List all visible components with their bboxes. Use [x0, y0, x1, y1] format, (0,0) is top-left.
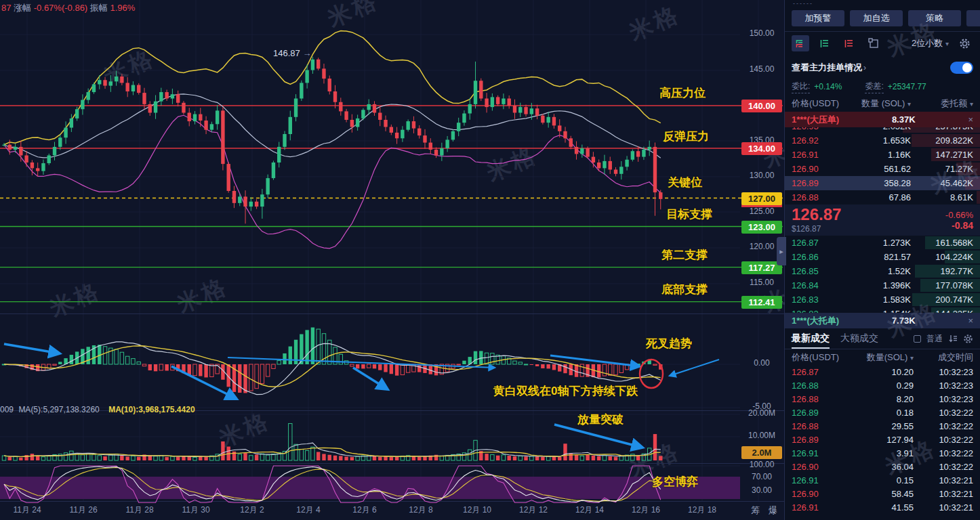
trade-row[interactable]: 126.89127.9410:32:22 — [785, 433, 980, 447]
quantity: 1.653K — [846, 133, 911, 148]
trade-row[interactable]: 126.9036.0410:32:22 — [785, 460, 980, 474]
tab-large-trades[interactable]: 大额成交 — [840, 328, 878, 349]
orderbook-ask-row[interactable]: 126.932.052K257.875K — [785, 127, 980, 133]
book-mode-sell-icon[interactable] — [840, 35, 858, 51]
market-panel: ------ 加预警 加自选 策略 简况 2位小数 ▾ — [785, 0, 980, 520]
strategy-button[interactable]: 策略 — [908, 10, 961, 26]
add-alert-button[interactable]: 加预警 — [792, 10, 844, 26]
orderbook-ask-row[interactable]: 126.921.653K209.822K — [785, 133, 980, 148]
level-price-badge: 127.00 — [741, 192, 782, 205]
liquidation-tool-button[interactable]: 爆 — [769, 504, 777, 517]
sort-icon[interactable] — [948, 334, 958, 343]
time: 10:32:23 — [914, 366, 973, 379]
close-icon[interactable]: × — [968, 316, 973, 326]
quantity: 10.20 — [850, 366, 914, 379]
annotation-second-support: 第二支撑 — [661, 247, 708, 263]
sub-axis-tick: 10.00M — [741, 431, 782, 440]
latest-volume-badge: 2.0M — [741, 446, 782, 459]
gear-icon[interactable] — [963, 334, 973, 344]
x-axis-date-label: 12月 18 — [688, 504, 716, 516]
price: 126.91 — [792, 148, 846, 162]
trade-row[interactable]: 126.9058.4510:32:21 — [785, 488, 980, 501]
panel-collapse-handle[interactable]: ▸ — [777, 237, 786, 265]
big-buy-order-banner[interactable]: 1***(大托单) 7.73K × — [785, 313, 980, 328]
price: 126.91 — [792, 501, 850, 515]
death-cross-circle — [640, 360, 663, 388]
big-sell-order-banner[interactable]: 1***(大压单) 8.37K × — [785, 112, 980, 127]
amplitude-label: 振幅 — [90, 3, 108, 13]
orderbook-bid-row[interactable]: 126.871.273K161.568K — [785, 236, 980, 250]
trade-row[interactable]: 126.890.1810:32:22 — [785, 406, 980, 420]
watermark: 米格 — [45, 276, 104, 322]
price: 126.89 — [792, 433, 850, 447]
tab-latest-trades[interactable]: 最新成交 — [792, 328, 830, 349]
overview-button[interactable]: 简况 — [966, 10, 980, 26]
price: 126.87 — [792, 236, 846, 250]
amplitude-value: 1.96% — [110, 3, 135, 13]
trades-tabs: 最新成交 大额成交 普通 — [785, 328, 980, 349]
ratio-label: 委比: — [792, 81, 810, 93]
trade-row[interactable]: 126.888.2010:32:23 — [785, 393, 980, 406]
main-orders-toggle[interactable] — [950, 62, 973, 74]
price: 126.89 — [792, 176, 846, 190]
book-mode-buy-icon[interactable] — [816, 35, 834, 51]
trade-row[interactable]: 126.910.1510:32:21 — [785, 474, 980, 488]
orderbook-header: 价格(USDT) 数量 (SOL) ▾ 委托额 ▾ — [785, 95, 980, 112]
time: 10:32:21 — [914, 501, 973, 515]
trade-row[interactable]: 126.880.2910:32:23 — [785, 379, 980, 393]
trading-app: 米格米格米格米格米格米格米格米格米格米格 87 涨幅 -0.67%(-0.86)… — [0, 0, 980, 520]
time-column-header: 成交时间 — [914, 351, 973, 364]
orderbook-ask-row[interactable]: 126.90561.6271.27K — [785, 162, 980, 176]
watermark: 米格 — [624, 0, 684, 45]
quantity: 821.57 — [846, 250, 911, 264]
orderbook-bid-row[interactable]: 126.86821.57104.224K — [785, 250, 980, 264]
orderbook-bid-row[interactable]: 126.841.396K177.078K — [785, 278, 980, 292]
orderbook-bid-row[interactable]: 126.821.154K144.325K — [785, 307, 980, 313]
amount: 144.325K — [911, 307, 973, 313]
add-watchlist-button[interactable]: 加自选 — [850, 10, 903, 26]
trade-row[interactable]: 126.9141.5510:32:21 — [785, 501, 980, 515]
quantity: 67.86 — [846, 190, 911, 204]
sub-axis-tick: 0.00 — [741, 358, 782, 368]
price: 126.85 — [792, 264, 846, 278]
quantity: 3.91 — [850, 447, 914, 460]
trade-row[interactable]: 126.8710.2010:32:23 — [785, 366, 980, 379]
quantity-column-header[interactable]: 数量(SOL) ▾ — [850, 351, 914, 364]
trend-arrow — [670, 360, 719, 376]
orderbook-bid-row[interactable]: 126.831.583K200.747K — [785, 292, 980, 307]
trade-row[interactable]: 126.8829.5510:32:22 — [785, 420, 980, 433]
orderbook-ask-row[interactable]: 126.911.16K147.271K — [785, 148, 980, 162]
trade-row[interactable]: 126.913.9110:32:22 — [785, 447, 980, 460]
sub-axis-tick: 70.00 — [741, 472, 782, 481]
amount: 209.822K — [911, 133, 973, 148]
price: 126.88 — [792, 393, 850, 406]
quantity: 8.20 — [850, 393, 914, 406]
trend-arrow — [353, 368, 388, 389]
main-orders-link[interactable]: 查看主力挂单情况 — [792, 62, 862, 74]
gear-icon[interactable] — [956, 35, 973, 51]
ticker-summary: 87 涨幅 -0.67%(-0.86) 振幅 1.96% — [1, 2, 135, 14]
amount: 45.462K — [911, 176, 973, 190]
sub-axis-tick: 30.00 — [741, 485, 782, 495]
orderbook-bid-row[interactable]: 126.851.52K192.77K — [785, 264, 980, 278]
annotation-volume-breakout: 放量突破 — [577, 412, 624, 427]
amount-column-header[interactable]: 委托额 ▾ — [911, 98, 973, 110]
sub-axis-tick: 20.00M — [741, 408, 782, 418]
orderbook-ask-row[interactable]: 126.8867.868.61K — [785, 190, 980, 204]
decimal-precision-select[interactable]: 2位小数 ▾ — [912, 37, 949, 49]
add-panel-icon[interactable] — [865, 35, 882, 51]
close-icon[interactable]: × — [968, 114, 973, 125]
time: 10:32:22 — [914, 433, 973, 447]
annotation-key-level: 关键位 — [668, 175, 702, 190]
orderbook-ask-row[interactable]: 126.89358.2845.462K — [785, 176, 980, 190]
quantity-column-header[interactable]: 数量 (SOL) ▾ — [850, 98, 911, 110]
watermark: 米格 — [323, 0, 382, 32]
time: 10:32:23 — [914, 393, 973, 406]
diff-value: +25347.77 — [888, 82, 926, 91]
price-column-header: 价格(USDT) — [792, 98, 850, 110]
amount: 104.224K — [911, 250, 973, 264]
book-mode-both-icon[interactable] — [792, 35, 809, 51]
chips-tool-button[interactable]: 筹 — [751, 504, 760, 517]
price: 126.88 — [792, 379, 850, 393]
normal-filter-checkbox[interactable] — [914, 335, 921, 343]
